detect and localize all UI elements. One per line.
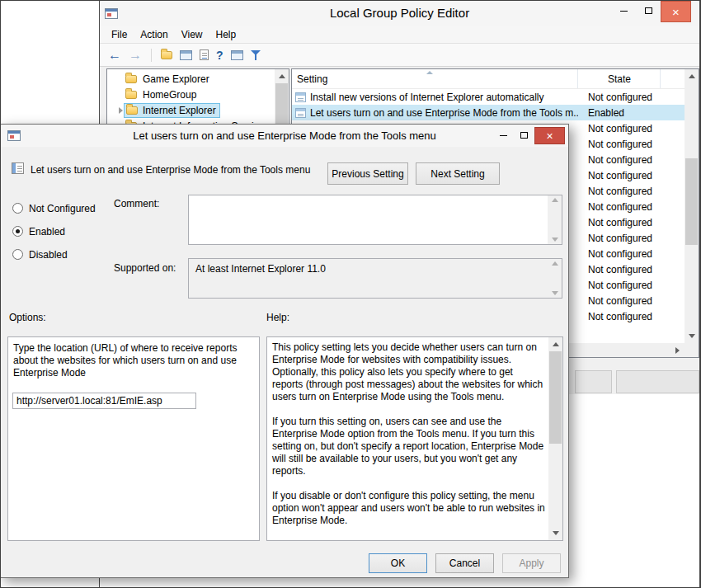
tree-item-game-explorer[interactable]: Game Explorer: [107, 71, 289, 87]
scroll-down-icon[interactable]: [552, 291, 558, 295]
policy-icon: [12, 162, 24, 174]
folder-icon: [126, 106, 138, 115]
maximize-button[interactable]: [514, 127, 534, 143]
scroll-up-icon[interactable]: [552, 261, 558, 266]
setting-name: Let users turn on and use Enterprise Mod…: [310, 107, 578, 119]
gpedit-toolbar: ← → ?: [100, 44, 699, 67]
comment-textarea[interactable]: [188, 195, 562, 245]
extended-view-icon[interactable]: [231, 50, 243, 60]
setting-state: Not configured: [578, 311, 652, 322]
settings-row[interactable]: Install new versions of Internet Explore…: [292, 89, 685, 105]
setting-state: Not configured: [578, 295, 652, 307]
scroll-up-icon[interactable]: [548, 337, 562, 351]
menu-item-file[interactable]: File: [105, 26, 134, 43]
setting-name: Install new versions of Internet Explore…: [310, 92, 543, 103]
settings-row-selected[interactable]: Let users turn on and use Enterprise Mod…: [292, 105, 685, 120]
help-label: Help:: [266, 312, 289, 323]
maximize-button[interactable]: [636, 1, 661, 21]
radio-enabled[interactable]: Enabled: [12, 225, 65, 238]
tree-item-label: HomeGroup: [140, 88, 199, 101]
toolbar-separator: [151, 49, 152, 62]
radio-checked-icon: [12, 226, 23, 237]
policy-name: Let users turn on and use Enterprise Mod…: [31, 164, 310, 176]
help-paragraph: If you disable or don't configure this p…: [272, 490, 545, 527]
minimize-button[interactable]: [493, 127, 514, 143]
close-button[interactable]: ×: [661, 1, 691, 22]
setting-state: Enabled: [578, 107, 624, 119]
help-paragraph: This policy setting lets you decide whet…: [272, 341, 545, 403]
scroll-down-icon[interactable]: [685, 329, 699, 343]
previous-setting-button[interactable]: Previous Setting: [327, 162, 408, 185]
tree-item-label: Internet Explorer: [141, 104, 218, 117]
supported-on-value: At least Internet Explorer 11.0: [195, 263, 326, 275]
back-icon[interactable]: ←: [108, 49, 121, 62]
folder-icon: [125, 91, 137, 99]
setting-state: Not configured: [578, 123, 652, 134]
column-header-setting[interactable]: Setting: [292, 69, 578, 88]
help-scrollbar[interactable]: [548, 337, 562, 540]
menu-item-help[interactable]: Help: [209, 26, 243, 43]
apply-button[interactable]: Apply: [502, 553, 561, 573]
radio-disabled[interactable]: Disabled: [12, 248, 68, 261]
next-setting-button[interactable]: Next Setting: [416, 162, 500, 185]
scrollbar-thumb[interactable]: [549, 351, 562, 444]
minimize-button[interactable]: [611, 1, 636, 21]
scroll-up-icon[interactable]: [685, 69, 699, 83]
sort-ascending-icon: [426, 71, 433, 74]
column-header-state[interactable]: State: [578, 69, 661, 88]
scroll-up-icon[interactable]: [275, 69, 289, 83]
maximize-icon: [520, 132, 528, 139]
textarea-scrollbar: [548, 195, 562, 244]
gpedit-window-controls: ×: [611, 1, 691, 24]
help-icon[interactable]: ?: [216, 49, 223, 61]
ok-button[interactable]: OK: [369, 553, 427, 573]
gpedit-titlebar: Local Group Policy Editor ×: [100, 1, 699, 26]
setting-state: Not configured: [578, 280, 652, 291]
dialog-titlebar: Let users turn on and use Enterprise Mod…: [1, 125, 568, 147]
statusbar-segment: [575, 370, 612, 393]
radio-label: Not Configured: [29, 203, 96, 214]
setting-state: Not configured: [578, 186, 652, 197]
help-content: This policy setting lets you decide whet…: [267, 337, 548, 540]
scroll-down-icon[interactable]: [548, 526, 562, 540]
close-button[interactable]: ×: [534, 127, 565, 144]
options-instruction: Type the location (URL) of where to rece…: [13, 342, 249, 379]
tree-item-label: Game Explorer: [140, 73, 212, 86]
up-one-level-icon[interactable]: [161, 51, 172, 59]
setting-state: Not configured: [578, 248, 652, 260]
tree-item-homegroup[interactable]: HomeGroup: [107, 87, 289, 102]
folder-icon: [125, 75, 137, 83]
setting-state: Not configured: [578, 170, 652, 181]
setting-state: Not configured: [578, 264, 652, 275]
minimize-icon: [500, 135, 507, 136]
supported-on-box: At least Internet Explorer 11.0: [188, 258, 562, 299]
scrollbar-corner: [685, 343, 699, 357]
setting-state: Not configured: [578, 233, 652, 244]
radio-icon: [12, 203, 23, 214]
scroll-right-icon[interactable]: [670, 343, 685, 357]
filter-icon[interactable]: [251, 49, 261, 61]
scrollbar-thumb[interactable]: [275, 83, 288, 129]
forward-icon[interactable]: →: [129, 49, 142, 62]
tree-item-internet-explorer[interactable]: Internet Explorer: [107, 102, 289, 118]
scroll-down-icon[interactable]: [552, 238, 558, 242]
radio-label: Enabled: [29, 226, 65, 238]
radio-not-configured[interactable]: Not Configured: [12, 202, 96, 214]
comment-label: Comment:: [114, 198, 159, 209]
export-list-icon[interactable]: [200, 49, 209, 60]
menu-item-view[interactable]: View: [175, 26, 209, 43]
cancel-button[interactable]: Cancel: [435, 553, 494, 573]
report-url-input[interactable]: [12, 393, 196, 409]
screen: Local Group Policy Editor × File Action …: [0, 0, 701, 588]
scroll-up-icon[interactable]: [552, 198, 558, 202]
radio-label: Disabled: [29, 249, 68, 261]
options-label: Options:: [9, 312, 46, 323]
help-paragraph: If you turn this setting on, users can s…: [272, 416, 545, 477]
maximize-icon: [645, 7, 652, 14]
scrollbar-thumb[interactable]: [685, 158, 698, 245]
show-console-tree-icon[interactable]: [180, 50, 192, 60]
list-header: Setting State: [292, 69, 685, 89]
list-vertical-scrollbar[interactable]: [685, 69, 699, 343]
menu-item-action[interactable]: Action: [134, 26, 174, 43]
minimize-icon: [620, 11, 628, 12]
